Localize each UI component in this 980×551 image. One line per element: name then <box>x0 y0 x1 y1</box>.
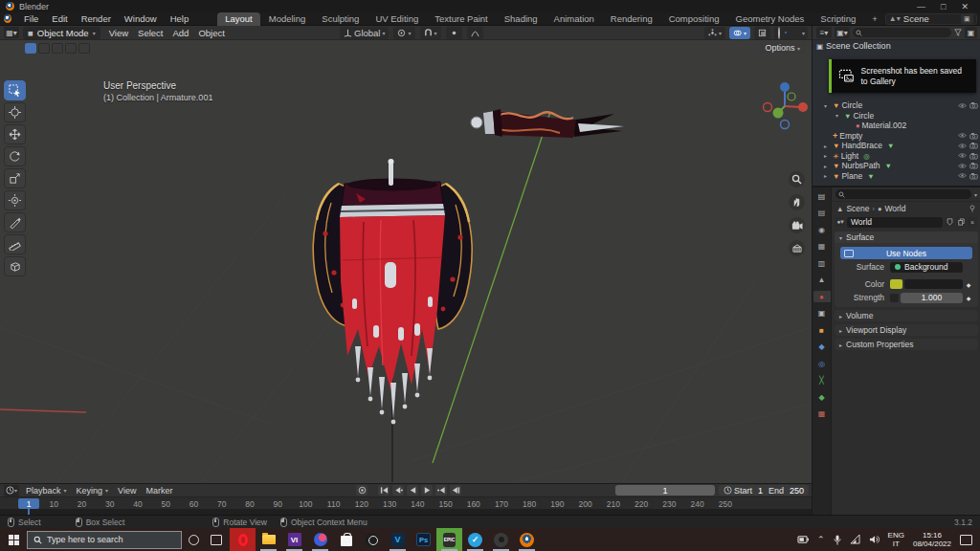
properties-tab[interactable] <box>813 275 831 286</box>
workspace-tab[interactable]: UV Editing <box>368 12 426 26</box>
viewport-menu-item[interactable]: Add <box>167 28 193 38</box>
shading-dropdown[interactable]: ▾ <box>802 30 805 36</box>
object-name[interactable]: Plane <box>841 171 862 181</box>
workspace-tab[interactable]: Shading <box>497 12 546 26</box>
task-view-button[interactable] <box>205 535 228 545</box>
playhead-line[interactable] <box>28 508 30 515</box>
breadcrumb-scene[interactable]: Scene <box>846 204 869 213</box>
collapsed-panel-header[interactable]: ▸ Custom Properties <box>835 339 978 350</box>
play-button[interactable] <box>421 485 433 496</box>
battery-icon[interactable] <box>797 535 809 544</box>
outliner-row[interactable]: Empty <box>813 131 980 142</box>
select-mode-button[interactable] <box>25 43 36 54</box>
outliner-row[interactable]: ▾ Circle <box>813 111 980 121</box>
select-box-tool[interactable] <box>4 80 26 100</box>
object-name[interactable]: Circle <box>841 100 862 110</box>
taskbar-app-button[interactable]: Ps <box>411 528 436 551</box>
menu-item[interactable]: Render <box>76 12 117 25</box>
taskbar-app-button[interactable] <box>230 528 256 551</box>
scene-selector[interactable]: ▲▾ Scene ▣ <box>885 13 977 25</box>
shading-material-button[interactable] <box>791 32 792 33</box>
editor-type-icon[interactable]: ▦▾ <box>4 27 19 38</box>
current-frame-field[interactable]: 1 <box>615 485 715 496</box>
camera-visibility-icon[interactable] <box>969 132 978 140</box>
outliner-editor[interactable]: ≡▾ ▣▾ ▣ Scene Collection ▾ Cir <box>813 26 980 187</box>
properties-filter-dropdown[interactable]: ▾ <box>974 191 977 198</box>
hide-eye-icon[interactable] <box>958 163 967 169</box>
color-swatch[interactable] <box>890 279 902 289</box>
blender-menu-icon[interactable] <box>4 13 16 24</box>
outliner-row[interactable]: ▸ HandBrace <box>813 141 980 151</box>
taskbar-search-input[interactable]: Type here to search <box>27 531 182 549</box>
properties-search-input[interactable] <box>835 189 971 199</box>
properties-tab[interactable] <box>813 257 831 269</box>
properties-tab[interactable] <box>813 241 831 253</box>
annotate-tool[interactable] <box>4 212 26 232</box>
surface-shader-dropdown[interactable]: Background <box>890 262 963 273</box>
workspace-tab[interactable]: Compositing <box>661 12 727 26</box>
jump-to-start-button[interactable] <box>378 485 390 496</box>
outliner-editor-icon[interactable]: ≡▾ <box>816 27 832 38</box>
workspace-tab[interactable]: Geometry Nodes <box>728 12 813 26</box>
properties-tab[interactable] <box>813 308 831 320</box>
properties-editor-icon[interactable] <box>813 190 831 202</box>
minimize-button[interactable]: — <box>917 2 925 11</box>
camera-visibility-icon[interactable] <box>969 162 978 169</box>
copy-datablock-icon[interactable] <box>956 217 966 227</box>
strength-slider[interactable]: 1.000 <box>901 293 963 303</box>
transform-orientation-dropdown[interactable]: Global ▾ <box>340 27 389 39</box>
properties-tab[interactable] <box>813 375 831 386</box>
notification-toast[interactable]: Screenshot has been saved to Gallery <box>829 59 976 93</box>
outliner-row[interactable]: ▾ Circle <box>813 100 980 111</box>
filter-funnel-icon[interactable] <box>954 29 962 36</box>
timeline-menu-item[interactable]: View <box>113 486 141 496</box>
select-mode-button[interactable] <box>78 43 90 54</box>
measure-tool[interactable] <box>4 234 26 254</box>
outliner-row[interactable]: ▸ NurbsPath <box>813 161 980 171</box>
strength-keyframe-dot[interactable]: ◆ <box>965 295 972 301</box>
scene-collection-row[interactable]: Scene Collection <box>813 40 980 52</box>
3d-scene[interactable] <box>0 40 812 483</box>
shading-solid-button[interactable] <box>785 32 787 33</box>
properties-tab[interactable] <box>813 408 831 420</box>
proportional-editing-toggle[interactable] <box>446 27 462 39</box>
play-reverse-button[interactable] <box>407 485 418 496</box>
timeline-menu-item[interactable]: Marker <box>141 486 177 496</box>
new-scene-icon[interactable]: ▣ <box>961 13 973 24</box>
auto-keying-button[interactable] <box>356 485 368 496</box>
tray-expand-chevron[interactable]: ⌃ <box>817 535 825 544</box>
breadcrumb-world[interactable]: World <box>884 204 905 213</box>
workspace-tab[interactable]: + <box>864 12 885 26</box>
mode-dropdown[interactable]: ■ Object Mode ▾ <box>23 27 100 39</box>
properties-tab[interactable] <box>813 324 831 336</box>
outliner-display-mode-icon[interactable]: ▣▾ <box>835 27 850 38</box>
outliner-row[interactable]: ▸ Plane <box>813 171 980 182</box>
viewport-menu-item[interactable]: Object <box>193 28 229 38</box>
3d-viewport[interactable]: ▦▾ ■ Object Mode ▾ ViewSelectAddObject G… <box>0 26 812 483</box>
properties-tab[interactable] <box>813 391 831 403</box>
start-value[interactable]: 1 <box>758 486 763 496</box>
workspace-tab[interactable]: Layout <box>217 12 260 26</box>
rotate-tool[interactable] <box>4 146 26 166</box>
color-keyframe-dot[interactable]: ◆ <box>965 281 972 288</box>
zoom-icon[interactable] <box>789 171 805 187</box>
hide-eye-icon[interactable] <box>958 152 967 159</box>
outliner-row[interactable]: ▸ Light <box>813 151 980 162</box>
taskbar-app-button[interactable] <box>514 528 540 551</box>
workspace-tab[interactable]: Animation <box>546 12 602 26</box>
expand-arrow-icon[interactable]: ▾ <box>835 112 842 119</box>
expand-arrow-icon[interactable]: ▾ <box>824 102 831 109</box>
menu-item[interactable]: File <box>18 12 44 25</box>
timeline-editor-icon[interactable]: ▾ <box>4 485 19 496</box>
prev-keyframe-button[interactable] <box>392 485 404 496</box>
falloff-dropdown[interactable] <box>467 27 483 39</box>
menu-item[interactable]: Help <box>165 12 195 25</box>
navigation-gizmo[interactable] <box>761 76 811 133</box>
camera-visibility-icon[interactable] <box>969 101 978 109</box>
expand-arrow-icon[interactable]: ▸ <box>824 143 831 149</box>
outliner-search-input[interactable] <box>853 28 951 37</box>
taskbar-app-button[interactable]: ✓ <box>462 528 488 551</box>
add-cube-tool[interactable] <box>4 256 26 276</box>
properties-tab[interactable] <box>813 291 831 302</box>
select-mode-button[interactable] <box>52 43 63 54</box>
